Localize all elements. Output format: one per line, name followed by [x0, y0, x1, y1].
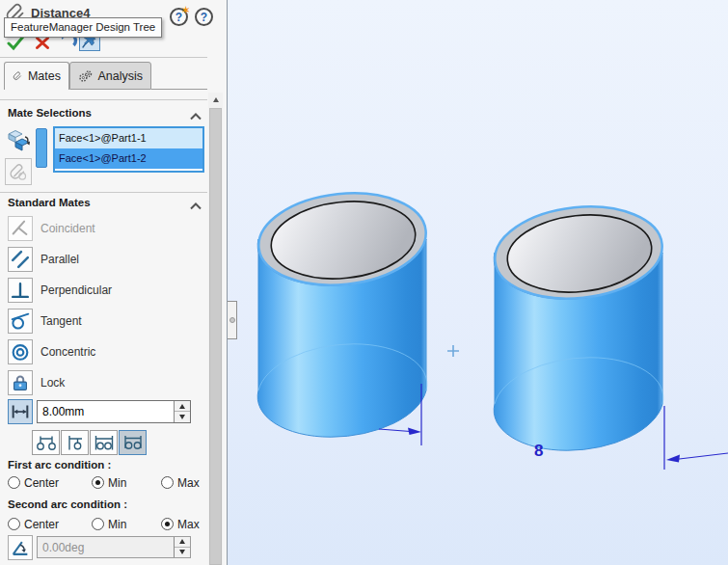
first-arc-condition-label: First arc condition : — [8, 459, 111, 471]
tab-analysis[interactable]: Analysis — [69, 62, 151, 90]
help-icon[interactable]: ? — [195, 8, 213, 26]
panel-scrollbar[interactable] — [208, 93, 223, 565]
angle-field — [37, 536, 191, 558]
mate-label: Perpendicular — [40, 278, 112, 303]
radio-label: Center — [24, 518, 59, 531]
list-item[interactable]: Face<1>@Part1-1 — [55, 128, 202, 148]
standard-mates-header: Standard Mates — [8, 197, 91, 208]
distance-mate-button[interactable] — [8, 399, 33, 424]
graphics-area[interactable]: 8 — [228, 0, 728, 565]
distance-icon — [10, 401, 31, 422]
x-icon — [35, 36, 50, 50]
spin-down-button[interactable] — [175, 412, 190, 422]
distance-field — [37, 400, 191, 423]
arc-min-min-icon — [93, 434, 116, 452]
distance-input[interactable] — [38, 401, 173, 422]
solidworks-window: Distance4 ? ✶ ? FeatureManager Design Tr… — [0, 0, 728, 565]
radio-icon[interactable] — [92, 518, 104, 530]
divider — [0, 192, 207, 193]
radio-second-min[interactable]: Min — [92, 517, 126, 531]
paperclip-icon — [13, 67, 23, 85]
cancel-button[interactable] — [35, 36, 50, 50]
distance-spinner — [174, 401, 190, 422]
property-manager-panel: Distance4 ? ✶ ? FeatureManager Design Tr… — [0, 0, 228, 565]
multiple-mate-icon[interactable] — [5, 158, 32, 185]
lock-icon — [10, 372, 31, 393]
second-arc-condition-label: Second arc condition : — [8, 498, 127, 510]
radio-second-max[interactable]: Max — [161, 517, 200, 531]
list-item[interactable]: Face<1>@Part1-2 — [55, 148, 202, 169]
collapse-chevron-icon[interactable] — [189, 111, 202, 122]
collapse-chevron-icon[interactable] — [189, 201, 202, 212]
arc-min-min-button[interactable] — [90, 430, 118, 455]
perpendicular-icon — [10, 280, 31, 301]
arc-custom-button[interactable] — [119, 430, 147, 455]
mate-label: Parallel — [40, 247, 79, 272]
mate-row-concentric: Concentric — [0, 339, 207, 364]
mate-row-lock: Lock — [0, 370, 207, 395]
mate-label: Tangent — [40, 309, 82, 334]
mate-row-perpendicular: Perpendicular — [0, 278, 207, 303]
radio-label: Min — [108, 476, 126, 490]
radio-first-min[interactable]: Min — [92, 475, 126, 490]
radio-icon[interactable] — [161, 518, 174, 530]
new-star-icon: ✶ — [182, 5, 190, 15]
lock-button[interactable] — [8, 370, 33, 395]
radio-label: Min — [108, 518, 126, 531]
mate-row-parallel: Parallel — [0, 247, 207, 272]
triangle-up-icon — [213, 97, 219, 102]
mate-row-tangent: Tangent — [0, 309, 207, 334]
parallel-icon — [10, 249, 31, 270]
tangent-icon — [10, 310, 31, 332]
angle-input[interactable] — [38, 537, 173, 558]
parallel-button[interactable] — [8, 247, 33, 272]
spin-up-button[interactable] — [175, 401, 190, 412]
triangle-up-icon — [179, 539, 185, 544]
spin-down-button[interactable] — [175, 548, 190, 558]
mate-row-coincident: Coincident — [0, 216, 207, 241]
divider — [151, 89, 207, 90]
coincident-button[interactable] — [8, 216, 33, 241]
tooltip: FeatureManager Design Tree — [4, 17, 162, 38]
tab-mates[interactable]: Mates — [4, 62, 69, 90]
origin-cross-icon — [447, 345, 459, 357]
radio-first-max[interactable]: Max — [161, 475, 200, 490]
coincident-icon — [10, 218, 31, 239]
mate-selections-header: Mate Selections — [8, 107, 92, 119]
triangle-down-icon — [179, 415, 185, 419]
part1-1-cylinder[interactable] — [255, 185, 431, 437]
concentric-button[interactable] — [8, 339, 33, 364]
radio-icon[interactable] — [8, 518, 20, 530]
splitter-dot-icon — [229, 317, 235, 323]
radio-icon[interactable] — [92, 476, 104, 489]
arc-custom-icon — [121, 434, 145, 452]
scrollbar-thumb[interactable] — [209, 108, 222, 565]
dimension-value[interactable]: 8 — [534, 442, 543, 460]
perpendicular-button[interactable] — [8, 278, 33, 303]
part1-2-cylinder[interactable] — [491, 199, 667, 450]
tangent-button[interactable] — [8, 309, 33, 334]
angle-mate-button[interactable] — [8, 535, 33, 560]
arc-center-center-button[interactable] — [32, 430, 60, 455]
radio-second-center[interactable]: Center — [8, 517, 59, 531]
mate-selections-listbox[interactable]: Face<1>@Part1-1 Face<1>@Part1-2 — [53, 126, 204, 173]
mate-label: Coincident — [40, 216, 95, 241]
whats-new-help-icon[interactable]: ? ✶ — [170, 8, 188, 26]
model-view: 8 — [228, 0, 728, 565]
arc-center-min-button[interactable] — [61, 430, 89, 455]
arc-center-center-icon — [35, 434, 58, 452]
tab-analysis-label: Analysis — [97, 69, 143, 83]
mate-label: Lock — [40, 370, 65, 395]
arc-center-min-icon — [64, 434, 87, 452]
mate-label: Concentric — [40, 339, 95, 364]
radio-icon[interactable] — [8, 476, 20, 489]
divider — [0, 57, 207, 58]
spin-up-button[interactable] — [175, 537, 190, 548]
angle-icon — [10, 537, 31, 558]
radio-icon[interactable] — [161, 476, 174, 489]
radio-label: Max — [177, 476, 200, 490]
triangle-up-icon — [179, 404, 185, 409]
radio-first-center[interactable]: Center — [8, 475, 59, 490]
panel-splitter-handle[interactable] — [228, 301, 237, 339]
scrollbar-up-button[interactable] — [208, 93, 223, 107]
